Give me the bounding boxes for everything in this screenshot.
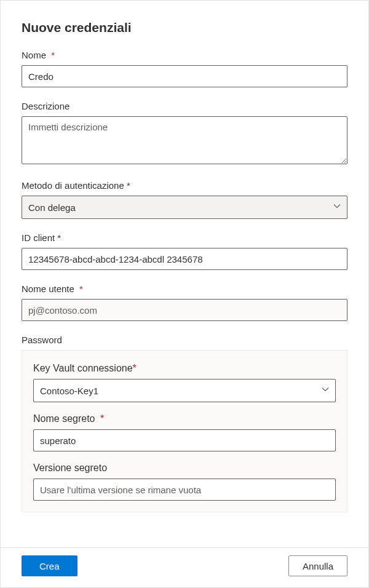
keyvault-field-group: Key Vault connessione* Contoso-Key1 [33, 363, 336, 402]
cancel-button[interactable]: Annulla [288, 555, 347, 576]
auth-method-select[interactable]: Con delega [22, 196, 347, 219]
secret-version-label: Versione segreto [33, 463, 336, 474]
client-id-label: ID client * [22, 232, 347, 243]
secret-name-field-group: Nome segreto * [33, 413, 336, 451]
keyvault-select[interactable]: Contoso-Key1 [33, 379, 336, 402]
secret-name-input[interactable] [33, 429, 336, 451]
password-label: Password [22, 335, 347, 345]
description-label: Descrizione [22, 101, 347, 111]
password-field-group: Password Key Vault connessione* Contoso-… [22, 335, 347, 512]
keyvault-label: Key Vault connessione* [33, 363, 336, 374]
required-indicator: * [79, 284, 83, 294]
client-id-field-group: ID client * [22, 232, 347, 270]
required-indicator: * [133, 363, 137, 373]
auth-method-field-group: Metodo di autenticazione * Con delega [22, 180, 347, 219]
auth-method-select-wrapper: Con delega [22, 196, 347, 219]
name-label: Nome * [22, 50, 347, 60]
page-title: Nuove credenziali [22, 20, 347, 35]
secret-name-label-text: Nome segreto [33, 413, 95, 424]
form-content: Nuove credenziali Nome * Descrizione Met… [1, 1, 368, 547]
create-button[interactable]: Crea [22, 555, 77, 576]
secret-version-input[interactable] [33, 479, 336, 501]
username-label: Nome utente * [22, 284, 347, 294]
name-input[interactable] [22, 65, 347, 87]
footer: Crea Annulla [1, 547, 368, 587]
required-indicator: * [100, 413, 104, 424]
username-label-text: Nome utente [22, 284, 74, 294]
keyvault-label-text: Key Vault connessione [33, 363, 133, 373]
username-input[interactable] [22, 299, 347, 321]
client-id-input[interactable] [22, 248, 347, 270]
password-box: Key Vault connessione* Contoso-Key1 Nome… [22, 350, 347, 512]
auth-method-label: Metodo di autenticazione * [22, 180, 347, 191]
keyvault-select-wrapper: Contoso-Key1 [33, 379, 336, 402]
name-label-text: Nome [22, 50, 46, 60]
description-textarea[interactable] [22, 116, 347, 164]
name-field-group: Nome * [22, 50, 347, 87]
description-field-group: Descrizione [22, 101, 347, 167]
required-indicator: * [51, 50, 55, 60]
username-field-group: Nome utente * [22, 284, 347, 321]
secret-version-field-group: Versione segreto [33, 463, 336, 501]
secret-name-label: Nome segreto * [33, 413, 336, 424]
